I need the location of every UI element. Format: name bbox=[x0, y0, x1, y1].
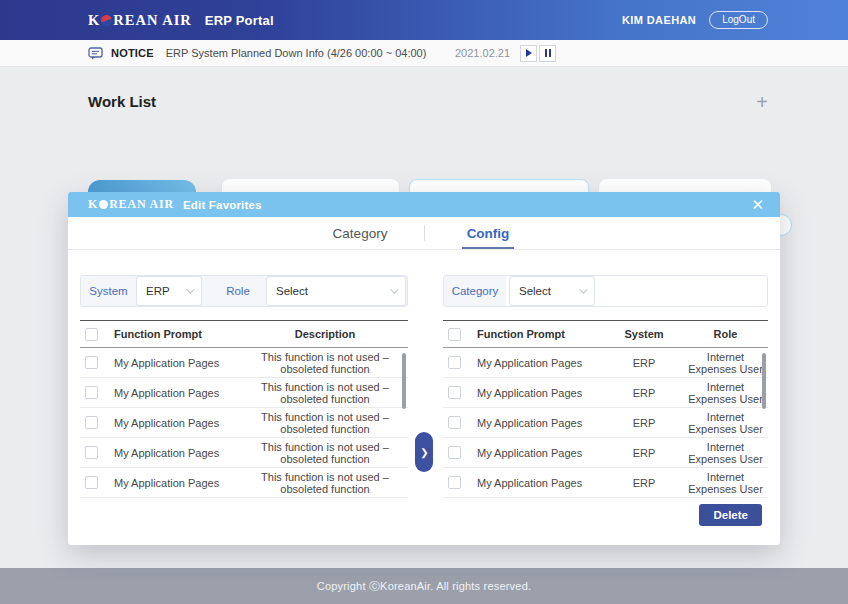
row-checkbox[interactable] bbox=[85, 476, 98, 489]
page-footer: Copyright ⓒKoreanAir. All rights reserve… bbox=[0, 568, 848, 604]
taegeuk-icon bbox=[101, 15, 112, 26]
taegeuk-icon bbox=[99, 200, 108, 209]
col-header-description: Description bbox=[242, 328, 408, 340]
category-select[interactable]: Select bbox=[509, 276, 595, 306]
notice-message: ERP System Planned Down Info (4/26 00:00… bbox=[166, 47, 427, 59]
table-row[interactable]: My Application Pages ERP Internet Expens… bbox=[443, 468, 768, 498]
select-all-checkbox[interactable] bbox=[85, 328, 98, 341]
speech-bubble-icon bbox=[88, 47, 103, 60]
modal-tab-bar: Category Config bbox=[68, 217, 780, 250]
table-header-row: Function Prompt Description bbox=[80, 320, 408, 348]
chevron-down-icon bbox=[186, 285, 194, 293]
scrollbar-thumb[interactable] bbox=[402, 353, 406, 409]
modal-title: Edit Favorites bbox=[183, 199, 262, 211]
user-name: KIM DAEHAN bbox=[622, 14, 696, 26]
table-row[interactable]: My Application Pages ERP Internet Expens… bbox=[443, 378, 768, 408]
favorite-functions-panel: Category Select Function Prompt System R… bbox=[443, 275, 768, 498]
pause-icon bbox=[545, 49, 551, 57]
row-checkbox[interactable] bbox=[448, 476, 461, 489]
select-all-checkbox[interactable] bbox=[448, 328, 461, 341]
notice-bar: NOTICE ERP System Planned Down Info (4/2… bbox=[0, 40, 848, 67]
table-row[interactable]: My Application Pages This function is no… bbox=[80, 348, 408, 378]
available-functions-panel: System ERP Role Select bbox=[80, 275, 408, 498]
col-header-role: Role bbox=[683, 328, 768, 340]
copyright-text: Copyright ⓒKoreanAir. All rights reserve… bbox=[317, 579, 531, 594]
row-checkbox[interactable] bbox=[85, 386, 98, 399]
notice-pause-button[interactable] bbox=[539, 45, 556, 62]
header-right: KIM DAEHAN LogOut bbox=[622, 11, 768, 29]
col-header-system: System bbox=[605, 328, 683, 340]
table-row[interactable]: My Application Pages ERP Internet Expens… bbox=[443, 408, 768, 438]
right-filter-bar: Category Select bbox=[443, 275, 768, 307]
functions-table: Function Prompt Description My Applicati… bbox=[80, 320, 408, 498]
table-row[interactable]: My Application Pages ERP Internet Expens… bbox=[443, 438, 768, 468]
app-title: ERP Portal bbox=[205, 13, 274, 28]
tab-category[interactable]: Category bbox=[297, 217, 424, 249]
category-filter-label: Category bbox=[444, 276, 506, 306]
edit-favorites-modal: K REAN AIR Edit Favorites ✕ Category Con… bbox=[68, 192, 780, 545]
row-checkbox[interactable] bbox=[448, 446, 461, 459]
modal-header: K REAN AIR Edit Favorites ✕ bbox=[68, 192, 780, 217]
work-list-header: Work List + bbox=[0, 67, 848, 110]
app-header: K REAN AIR ERP Portal KIM DAEHAN LogOut bbox=[0, 0, 848, 40]
table-row[interactable]: My Application Pages This function is no… bbox=[80, 378, 408, 408]
chevron-down-icon bbox=[579, 285, 587, 293]
row-checkbox[interactable] bbox=[85, 446, 98, 459]
page-content: Work List + K REAN AIR Edit Favorites ✕ … bbox=[0, 67, 848, 568]
notice-date: 2021.02.21 bbox=[455, 47, 510, 59]
korean-air-logo: K REAN AIR bbox=[88, 12, 192, 29]
notice-play-button[interactable] bbox=[520, 45, 537, 62]
table-row[interactable]: My Application Pages This function is no… bbox=[80, 468, 408, 498]
row-checkbox[interactable] bbox=[85, 356, 98, 369]
table-row[interactable]: My Application Pages This function is no… bbox=[80, 438, 408, 468]
notice-meta: 2021.02.21 bbox=[455, 45, 556, 62]
logout-button[interactable]: LogOut bbox=[709, 11, 768, 29]
work-list-title: Work List bbox=[88, 93, 156, 110]
tab-config[interactable]: Config bbox=[425, 217, 552, 249]
table-row[interactable]: My Application Pages This function is no… bbox=[80, 408, 408, 438]
system-select[interactable]: ERP bbox=[136, 276, 202, 306]
logo-text-k: K bbox=[88, 12, 100, 29]
row-checkbox[interactable] bbox=[448, 416, 461, 429]
chevron-down-icon bbox=[390, 285, 398, 293]
table-row[interactable]: My Application Pages ERP Internet Expens… bbox=[443, 348, 768, 378]
delete-button[interactable]: Delete bbox=[699, 504, 762, 526]
col-header-function-prompt: Function Prompt bbox=[477, 328, 605, 340]
transfer-right-button[interactable]: ❯ bbox=[415, 432, 433, 472]
add-worklist-button[interactable]: + bbox=[756, 95, 768, 109]
row-checkbox[interactable] bbox=[448, 386, 461, 399]
col-header-function-prompt: Function Prompt bbox=[114, 328, 242, 340]
role-select[interactable]: Select bbox=[266, 276, 406, 306]
favorites-table: Function Prompt System Role My Applicati… bbox=[443, 320, 768, 498]
table-header-row: Function Prompt System Role bbox=[443, 320, 768, 348]
system-filter-label: System bbox=[81, 276, 136, 306]
play-icon bbox=[526, 49, 532, 57]
scrollbar-thumb[interactable] bbox=[762, 353, 766, 409]
korean-air-logo-white: K REAN AIR bbox=[88, 197, 174, 212]
notice-label: NOTICE bbox=[111, 47, 154, 59]
close-icon[interactable]: ✕ bbox=[749, 197, 766, 212]
left-filter-bar: System ERP Role Select bbox=[80, 275, 408, 307]
role-filter-label: Role bbox=[210, 276, 266, 306]
row-checkbox[interactable] bbox=[448, 356, 461, 369]
logo-text-rest: REAN AIR bbox=[113, 12, 192, 29]
row-checkbox[interactable] bbox=[85, 416, 98, 429]
